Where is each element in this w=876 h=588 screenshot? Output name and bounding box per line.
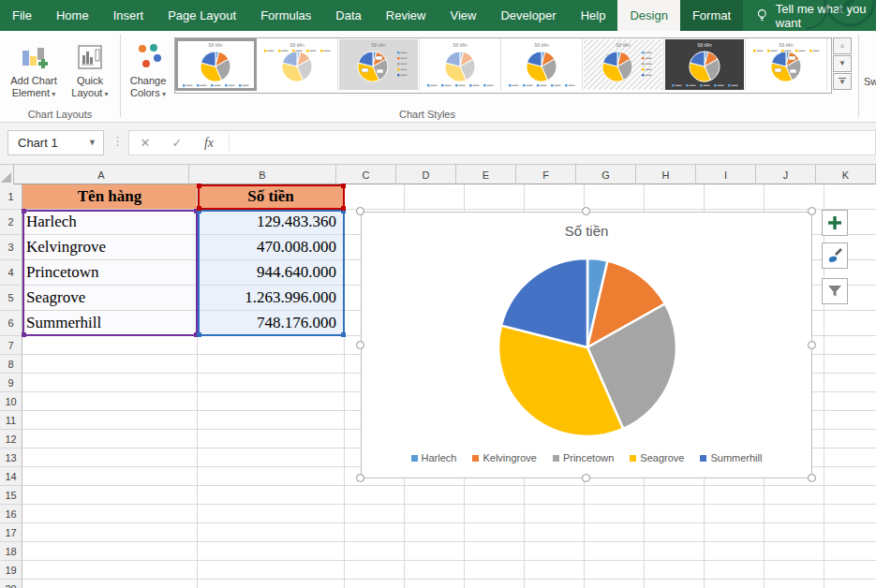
cell-G15[interactable]	[585, 486, 645, 505]
row-header-19[interactable]: 19	[0, 561, 22, 580]
column-header-F[interactable]: F	[516, 165, 576, 184]
cell-C19[interactable]	[345, 561, 405, 580]
cell-B16[interactable]	[198, 505, 345, 523]
cell-I20[interactable]	[705, 580, 765, 588]
row-header-2[interactable]: 2	[0, 210, 22, 235]
row-header-13[interactable]: 13	[0, 448, 22, 467]
column-header-E[interactable]: E	[456, 165, 516, 184]
row-header-10[interactable]: 10	[0, 392, 22, 411]
cell-D15[interactable]	[405, 486, 465, 505]
cell-G16[interactable]	[585, 505, 645, 523]
cell-B4[interactable]: 944.640.000	[198, 260, 345, 286]
chart-style-3[interactable]: Số tiền	[338, 38, 420, 91]
cell-C16[interactable]	[345, 505, 405, 523]
cell-C17[interactable]	[345, 523, 405, 542]
cell-B13[interactable]	[198, 448, 345, 467]
cell-A4[interactable]: Princetown	[22, 260, 198, 286]
pie-chart[interactable]: Số tiền HarlechKelvingrovePrincetownSeag…	[361, 212, 812, 478]
cell-C20[interactable]	[345, 580, 405, 588]
chart-resize-handle-3[interactable]	[356, 341, 364, 349]
cell-A11[interactable]	[22, 411, 198, 430]
chart-resize-handle-7[interactable]	[808, 474, 816, 482]
cell-A2[interactable]: Harlech	[22, 210, 198, 235]
cell-F15[interactable]	[525, 486, 585, 505]
tab-insert[interactable]: Insert	[101, 0, 156, 31]
cancel-button[interactable]: ✕	[129, 136, 161, 150]
cell-E15[interactable]	[465, 486, 525, 505]
cell-A19[interactable]	[22, 561, 198, 580]
legend-item-kelvingrove[interactable]: Kelvingrove	[472, 452, 536, 463]
cell-K18[interactable]	[824, 542, 876, 561]
column-header-I[interactable]: I	[696, 165, 756, 184]
cell-D16[interactable]	[405, 505, 465, 523]
cell-B11[interactable]	[198, 411, 345, 430]
gallery-scroll-up-button[interactable]: ▲	[833, 37, 852, 54]
cell-D1[interactable]	[405, 184, 465, 210]
cell-G1[interactable]	[585, 184, 645, 210]
column-header-B[interactable]: B	[189, 165, 336, 184]
tab-formulas[interactable]: Formulas	[248, 0, 323, 31]
cell-A12[interactable]	[22, 430, 198, 448]
cell-J15[interactable]	[765, 486, 824, 505]
cell-G18[interactable]	[585, 542, 645, 561]
column-header-C[interactable]: C	[336, 165, 396, 184]
cell-E17[interactable]	[465, 523, 525, 542]
cell-B15[interactable]	[198, 486, 345, 505]
cell-G19[interactable]	[585, 561, 645, 580]
switch-row-column-button-partial[interactable]: Sw	[864, 76, 876, 87]
cell-K7[interactable]	[824, 336, 876, 355]
cell-B12[interactable]	[198, 430, 345, 448]
chart-resize-handle-6[interactable]	[582, 474, 590, 482]
chart-style-5[interactable]: Số tiền	[501, 38, 583, 91]
tab-data[interactable]: Data	[323, 0, 373, 31]
cell-A5[interactable]: Seagrove	[22, 286, 198, 311]
cell-A16[interactable]	[22, 505, 198, 523]
cell-J18[interactable]	[765, 542, 824, 561]
cell-D17[interactable]	[405, 523, 465, 542]
select-all-button[interactable]	[0, 165, 14, 184]
cell-K20[interactable]	[824, 580, 876, 588]
cell-I19[interactable]	[705, 561, 765, 580]
cell-J19[interactable]	[765, 561, 824, 580]
tab-help[interactable]: Help	[569, 0, 618, 31]
cell-B3[interactable]: 470.008.000	[198, 235, 345, 260]
row-header-4[interactable]: 4	[0, 260, 22, 286]
cell-D18[interactable]	[405, 542, 465, 561]
chart-resize-handle-2[interactable]	[808, 207, 816, 215]
legend-item-seagrove[interactable]: Seagrove	[630, 452, 684, 463]
cell-B14[interactable]	[198, 467, 345, 486]
cell-J16[interactable]	[765, 505, 824, 523]
quick-layout-button[interactable]: Quick Layout	[64, 37, 116, 115]
row-header-17[interactable]: 17	[0, 523, 22, 542]
cell-A14[interactable]	[22, 467, 198, 486]
row-header-9[interactable]: 9	[0, 374, 22, 392]
cell-K8[interactable]	[824, 355, 876, 374]
chart-styles-button[interactable]	[822, 243, 848, 269]
column-header-D[interactable]: D	[396, 165, 456, 184]
cell-I15[interactable]	[705, 486, 765, 505]
gallery-scroll-down-button[interactable]: ▼	[833, 55, 852, 72]
cell-B10[interactable]	[198, 392, 345, 411]
cell-K11[interactable]	[824, 411, 876, 430]
cell-A7[interactable]	[22, 336, 198, 355]
name-box[interactable]: Chart 1 ▼	[7, 130, 104, 155]
cell-A20[interactable]	[22, 580, 198, 588]
cell-K1[interactable]	[824, 184, 876, 210]
chart-style-8[interactable]: Số tiền	[746, 38, 827, 91]
cell-H17[interactable]	[645, 523, 705, 542]
column-header-H[interactable]: H	[636, 165, 696, 184]
legend-item-princetown[interactable]: Princetown	[553, 452, 614, 463]
legend-item-summerhill[interactable]: Summerhill	[700, 452, 762, 463]
chart-resize-handle-4[interactable]	[808, 341, 816, 349]
cell-I18[interactable]	[705, 542, 765, 561]
cell-B6[interactable]: 748.176.000	[198, 311, 345, 336]
cell-K12[interactable]	[824, 430, 876, 448]
cell-J17[interactable]	[765, 523, 824, 542]
cell-K14[interactable]	[824, 467, 876, 486]
cell-F20[interactable]	[525, 580, 585, 588]
row-header-14[interactable]: 14	[0, 467, 22, 486]
add-chart-element-button[interactable]: Add Chart Element	[6, 37, 62, 115]
row-header-12[interactable]: 12	[0, 430, 22, 448]
change-colors-button[interactable]: Change Colors	[124, 37, 172, 115]
chart-resize-handle-5[interactable]	[356, 474, 364, 482]
